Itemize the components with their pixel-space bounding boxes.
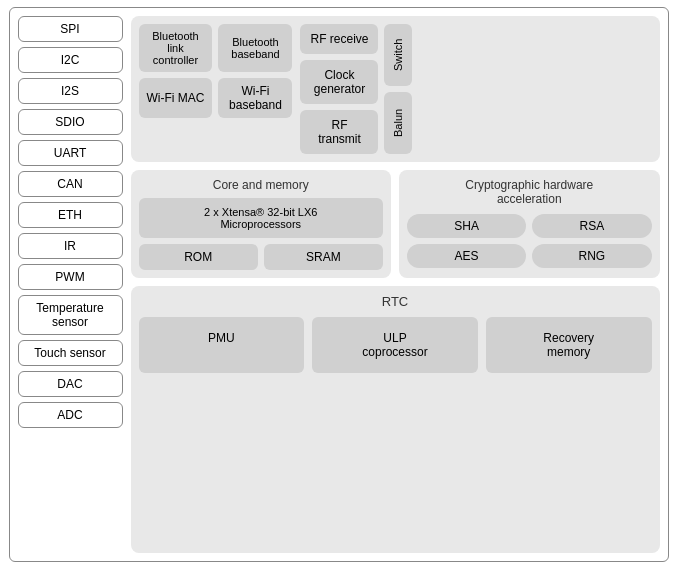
i2s-item: I2S: [18, 78, 123, 104]
recovery-box: Recoverymemory: [486, 317, 652, 373]
rf-blocks: RF receive Clockgenerator RFtransmit Swi…: [300, 24, 412, 154]
rtc-title: RTC: [139, 294, 652, 309]
can-item: CAN: [18, 171, 123, 197]
peripheral-list: SPI I2C I2S SDIO UART CAN ETH IR PWM Tem…: [18, 16, 123, 553]
rf-receive-box: RF receive: [300, 24, 378, 54]
crypto-title: Cryptographic hardwareacceleration: [465, 178, 593, 206]
temp-sensor-item: Temperaturesensor: [18, 295, 123, 336]
uart-item: UART: [18, 140, 123, 166]
rtc-section: RTC PMU ULPcoprocessor Recoverymemory: [131, 286, 660, 553]
rng-box: RNG: [532, 244, 651, 268]
micro-box: 2 x Xtensa® 32-bit LX6Microprocessors: [139, 198, 384, 238]
bt-link-controller-box: Bluetoothlinkcontroller: [139, 24, 213, 72]
wifi-baseband-box: Wi-Fibaseband: [218, 78, 292, 118]
rf-transmit-box: RFtransmit: [300, 110, 378, 154]
switch-box: Switch: [384, 24, 412, 86]
rom-box: ROM: [139, 244, 258, 270]
core-section: Core and memory 2 x Xtensa® 32-bit LX6Mi…: [131, 170, 392, 278]
wifi-mac-box: Wi-Fi MAC: [139, 78, 213, 118]
wireless-blocks: Bluetoothlinkcontroller Bluetoothbaseban…: [139, 24, 293, 154]
core-inner: 2 x Xtensa® 32-bit LX6Microprocessors RO…: [139, 198, 384, 270]
i2c-item: I2C: [18, 47, 123, 73]
dac-item: DAC: [18, 371, 123, 397]
chip-diagram: SPI I2C I2S SDIO UART CAN ETH IR PWM Tem…: [9, 7, 669, 562]
rsa-box: RSA: [532, 214, 651, 238]
crypto-section: Cryptographic hardwareacceleration SHA R…: [399, 170, 660, 278]
spi-item: SPI: [18, 16, 123, 42]
crypto-grid: SHA RSA AES RNG: [407, 214, 652, 268]
mem-row: ROM SRAM: [139, 244, 384, 270]
sha-box: SHA: [407, 214, 526, 238]
balun-box: Balun: [384, 92, 412, 154]
wireless-grid: Bluetoothlinkcontroller Bluetoothbaseban…: [139, 24, 293, 118]
core-title: Core and memory: [139, 178, 384, 192]
rf-col: RF receive Clockgenerator RFtransmit: [300, 24, 378, 154]
middle-section: Core and memory 2 x Xtensa® 32-bit LX6Mi…: [131, 170, 660, 278]
eth-item: ETH: [18, 202, 123, 228]
ulp-box: ULPcoprocessor: [312, 317, 478, 373]
touch-sensor-item: Touch sensor: [18, 340, 123, 366]
pwm-item: PWM: [18, 264, 123, 290]
aes-box: AES: [407, 244, 526, 268]
rtc-row: PMU ULPcoprocessor Recoverymemory: [139, 317, 652, 373]
ir-item: IR: [18, 233, 123, 259]
pmu-box: PMU: [139, 317, 305, 373]
clock-gen-box: Clockgenerator: [300, 60, 378, 104]
tall-col: Switch Balun: [384, 24, 412, 154]
main-area: Bluetoothlinkcontroller Bluetoothbaseban…: [131, 16, 660, 553]
wireless-section: Bluetoothlinkcontroller Bluetoothbaseban…: [131, 16, 660, 162]
sdio-item: SDIO: [18, 109, 123, 135]
sram-box: SRAM: [264, 244, 383, 270]
bt-baseband-box: Bluetoothbaseband: [218, 24, 292, 72]
adc-item: ADC: [18, 402, 123, 428]
